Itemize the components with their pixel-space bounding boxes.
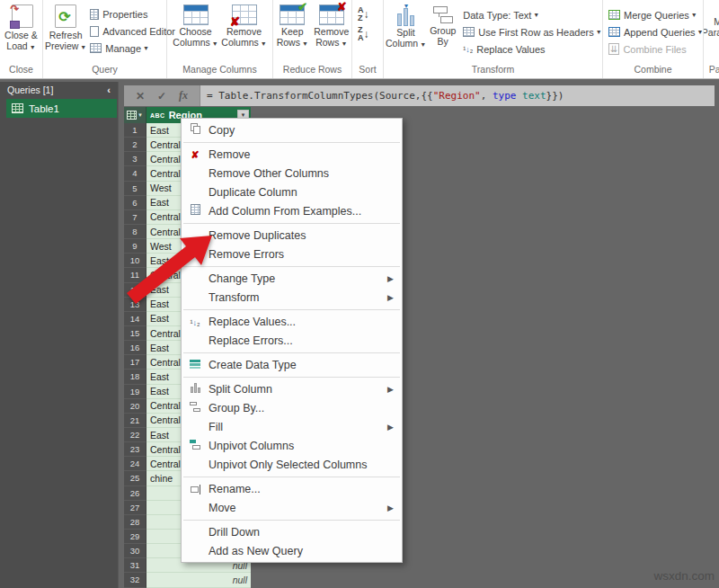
cell-region[interactable]: null: [146, 573, 251, 587]
row-number[interactable]: 14: [124, 312, 146, 326]
cancel-formula-icon[interactable]: ✕: [136, 90, 145, 102]
menu-item-split-column[interactable]: Split Column▶: [182, 379, 402, 398]
row-number[interactable]: 20: [124, 399, 146, 414]
properties-button[interactable]: Properties: [86, 5, 179, 22]
menu-item-replace-values[interactable]: ¹↓₂Replace Values...: [182, 312, 402, 331]
rename-icon: [191, 483, 200, 495]
ribbon-group-parameters-cut: M Para Par: [704, 0, 719, 78]
manage-button[interactable]: Manage ▼: [86, 40, 179, 57]
menu-item-remove-other-columns[interactable]: Remove Other Columns: [182, 164, 402, 183]
row-number[interactable]: 29: [124, 530, 146, 544]
menu-item-label: Add Column From Examples...: [209, 205, 387, 218]
row-number[interactable]: 3: [124, 152, 146, 166]
row-number[interactable]: 12: [124, 283, 146, 298]
menu-separator: [183, 520, 400, 521]
row-number[interactable]: 17: [124, 355, 146, 370]
row-number[interactable]: 16: [124, 341, 146, 355]
menu-item-change-type[interactable]: Change Type▶: [182, 269, 402, 288]
menu-item-remove[interactable]: ✘Remove: [182, 145, 402, 164]
menu-item-move[interactable]: Move▶: [182, 498, 402, 517]
row-number[interactable]: 30: [124, 544, 146, 558]
keep-rows-button[interactable]: ✔ Keep Rows▼: [275, 3, 310, 49]
append-queries-icon: [608, 27, 620, 37]
row-number[interactable]: 9: [124, 239, 146, 254]
row-number[interactable]: 22: [124, 428, 146, 442]
menu-item-remove-errors[interactable]: Remove Errors: [182, 245, 402, 263]
menu-item-unpivot-only-selected-columns[interactable]: Unpivot Only Selected Columns: [182, 455, 402, 474]
menu-item-fill[interactable]: Fill▶: [182, 417, 402, 436]
row-number[interactable]: 4: [124, 166, 146, 181]
advanced-editor-button[interactable]: Advanced Editor: [86, 22, 179, 40]
menu-item-remove-duplicates[interactable]: Remove Duplicates: [182, 226, 402, 245]
row-number[interactable]: 21: [124, 414, 146, 428]
menu-item-unpivot-columns[interactable]: Unpivot Columns: [182, 436, 402, 455]
close-and-load-button[interactable]: ↷ Close & Load▼: [2, 3, 40, 52]
chevron-down-icon: ▼: [30, 44, 36, 50]
append-queries-button[interactable]: Append Queries ▼: [605, 23, 706, 40]
menu-item-label: Remove Duplicates: [209, 229, 387, 242]
menu-item-label: Split Column: [209, 383, 387, 396]
row-number[interactable]: 2: [124, 138, 146, 152]
query-item-table1[interactable]: Table1: [6, 99, 117, 118]
row-number[interactable]: 10: [124, 254, 146, 268]
row-number[interactable]: 15: [124, 326, 146, 341]
remove-rows-button[interactable]: ✘ Remove Rows▼: [314, 3, 350, 49]
row-number[interactable]: 26: [124, 486, 146, 501]
menu-item-copy[interactable]: Copy: [182, 120, 402, 139]
row-number[interactable]: 24: [124, 457, 146, 471]
menu-item-label: Unpivot Only Selected Columns: [209, 459, 387, 471]
formula-token-string: "Region": [433, 90, 481, 102]
chevron-down-icon: ▼: [341, 40, 347, 47]
ribbon-group-label-transform: Transform: [384, 63, 602, 78]
group-by-button[interactable]: Group By: [430, 3, 456, 47]
menu-item-replace-errors[interactable]: Replace Errors...: [182, 331, 402, 350]
menu-item-create-data-type[interactable]: Create Data Type: [182, 355, 402, 374]
row-number[interactable]: 25: [124, 471, 146, 486]
remove-columns-button[interactable]: ✘ Remove Columns▼: [223, 3, 266, 49]
row-number[interactable]: 6: [124, 196, 146, 210]
refresh-preview-button[interactable]: ⟳ Refresh Preview▼: [45, 3, 86, 52]
formula-input[interactable]: = Table.TransformColumnTypes(Source,{{"R…: [200, 85, 715, 106]
menu-item-group-by[interactable]: Group By...: [182, 398, 402, 417]
chevron-down-icon: ▼: [420, 41, 426, 48]
data-type-dropdown[interactable]: Data Type: Text ▼: [459, 6, 605, 23]
row-number[interactable]: 7: [124, 210, 146, 225]
fx-icon[interactable]: fx: [179, 89, 188, 102]
merge-queries-button[interactable]: Merge Queries ▼: [605, 6, 706, 23]
replace-values-button[interactable]: ¹↓₂ Replace Values: [459, 40, 605, 58]
commit-formula-icon[interactable]: ✓: [157, 90, 166, 102]
row-number[interactable]: 23: [124, 442, 146, 457]
row-number[interactable]: 13: [124, 298, 146, 312]
menu-item-add-as-new-query[interactable]: Add as New Query: [182, 541, 402, 560]
merge-queries-label: Merge Queries: [624, 10, 689, 21]
menu-item-add-column-from-examples[interactable]: Add Column From Examples...: [182, 201, 402, 220]
row-number[interactable]: 28: [124, 515, 146, 530]
chevron-left-icon[interactable]: ‹: [107, 85, 111, 95]
sort-descending-icon[interactable]: ZA↓: [358, 26, 369, 42]
use-first-row-as-headers-button[interactable]: Use First Row as Headers ▼: [459, 23, 605, 40]
combine-files-button[interactable]: ⇊ Combine Files: [605, 40, 706, 58]
menu-item-transform[interactable]: Transform▶: [182, 288, 402, 307]
menu-item-rename[interactable]: Rename...: [182, 479, 402, 498]
row-number[interactable]: 18: [124, 370, 146, 384]
ribbon-group-transform: ▼ Split Column▼ Group By Data Type: Text: [384, 0, 603, 78]
choose-columns-button[interactable]: Choose Columns▼: [174, 3, 217, 49]
row-number[interactable]: 32: [124, 573, 146, 587]
table-menu-button[interactable]: ▼: [124, 107, 146, 123]
split-column-button[interactable]: ▼ Split Column▼: [386, 3, 426, 49]
sort-ascending-icon[interactable]: AZ↓: [358, 6, 369, 22]
row-number[interactable]: 1: [124, 123, 146, 138]
chevron-down-icon: ▼: [261, 40, 267, 47]
row-number[interactable]: 8: [124, 225, 146, 239]
row-number[interactable]: 31: [124, 558, 146, 573]
menu-item-duplicate-column[interactable]: Duplicate Column: [182, 183, 402, 201]
row-number[interactable]: 19: [124, 385, 146, 399]
menu-item-drill-down[interactable]: Drill Down: [182, 522, 402, 541]
manage-parameters-label-line1[interactable]: M: [714, 16, 719, 27]
menu-item-label: Unpivot Columns: [209, 440, 387, 452]
row-number[interactable]: 5: [124, 182, 146, 196]
row-number[interactable]: 11: [124, 268, 146, 282]
row-number[interactable]: 27: [124, 501, 146, 515]
choose-columns-icon: [183, 4, 209, 25]
menu-item-label: Create Data Type: [209, 359, 387, 371]
